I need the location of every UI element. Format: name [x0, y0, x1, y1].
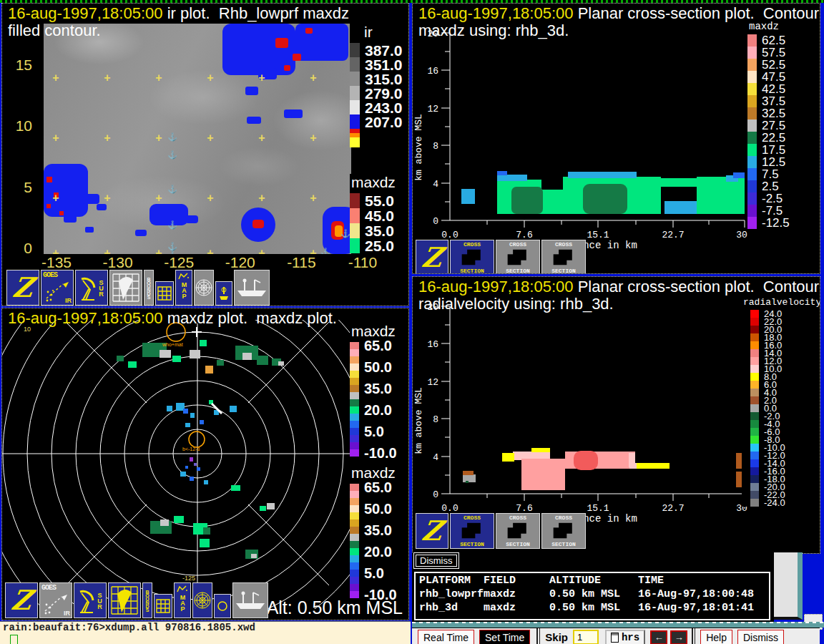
cross-section-button[interactable]: CROSS SECTION	[541, 513, 586, 549]
svg-text:+: +	[207, 132, 213, 144]
cross-section-button[interactable]: CROSS SECTION	[541, 240, 586, 274]
cell: rhb_lowprf	[419, 587, 482, 601]
help-button[interactable]: Help	[700, 630, 732, 644]
hrs-button[interactable]: hrs	[605, 630, 645, 644]
cell: 0.50 km MSL	[549, 601, 637, 615]
zebra-logo-button[interactable]: Z	[6, 270, 39, 306]
svg-text:0.0: 0.0	[441, 503, 458, 514]
svg-text:+: +	[258, 72, 265, 84]
axis-tick: -110	[335, 254, 390, 271]
table-header: PLATFORM FIELD ALTITUDE TIME	[419, 574, 765, 587]
surveillance-radar-button[interactable]: SUR	[74, 582, 107, 618]
goes-label: GOES	[41, 584, 56, 592]
step-forward-button[interactable]: →	[670, 630, 687, 644]
buoy-icon	[217, 286, 230, 301]
svg-text:+: +	[52, 192, 59, 204]
window-radialvelocity-cross-section: 16-aug-1997,18:05:00 Planar cross-sectio…	[412, 276, 820, 554]
map-button[interactable]: MAP	[174, 582, 191, 618]
axis-tick: -130	[91, 254, 145, 271]
cross-section-button[interactable]: CROSS SECTION	[496, 240, 540, 274]
zebra-logo-button[interactable]: Z	[5, 582, 38, 618]
svg-text:+: +	[310, 132, 316, 144]
grid-overlay-button[interactable]	[154, 594, 172, 618]
goes-ir-button[interactable]: GOES IR	[39, 582, 72, 618]
cell: 16-Aug-97,18:00:48	[638, 587, 765, 601]
cell: maxdz	[484, 587, 548, 601]
axis-tick: -125	[152, 254, 206, 271]
goes-ir-button[interactable]: GOES IR	[41, 270, 74, 306]
grid-overlay-button[interactable]	[155, 281, 174, 306]
maxdz-colorbar: maxdz 55.045.035.025.0	[350, 174, 409, 253]
circle-icon	[216, 600, 229, 613]
svg-text:16: 16	[427, 66, 438, 77]
dismiss-button[interactable]: Dismiss	[416, 555, 457, 567]
polar-grid-icon	[193, 591, 212, 610]
real-time-button[interactable]: Real Time	[418, 630, 474, 644]
step-back-button[interactable]: ←	[650, 630, 667, 644]
time-control-bar: Real Time Set Time Skip 1 hrs ← → Help D…	[412, 620, 824, 644]
section-label: SECTION	[551, 268, 576, 274]
svg-text:⚓: ⚓	[167, 241, 177, 251]
satellite-image[interactable]: ++++++++++++++++++++++++++++⚓⚓⚓⚓⚓⚓⚓⚓	[44, 24, 351, 254]
svg-text:0: 0	[433, 489, 438, 500]
zebra-logo-button[interactable]: Z	[416, 240, 448, 274]
radar-grid-icon	[109, 585, 139, 616]
map-squiggle-icon	[176, 585, 189, 593]
svg-text:+: +	[310, 247, 316, 254]
set-time-button[interactable]: Set Time	[479, 630, 530, 644]
bounds-label: BOUNDS	[145, 590, 150, 611]
svg-text:⚓: ⚓	[167, 184, 177, 194]
cross-section-button-active[interactable]: CROSS SECTION	[450, 513, 494, 549]
cross-section-button-active[interactable]: CROSS SECTION	[450, 240, 494, 274]
radar-grid-button[interactable]	[109, 270, 142, 306]
radar-grid-button[interactable]	[108, 582, 141, 618]
zebra-z-icon: Z	[11, 274, 34, 301]
dismiss-button[interactable]: Dismiss	[737, 630, 784, 644]
map-button[interactable]: MAP	[175, 270, 192, 306]
cross-label: CROSS	[509, 514, 526, 521]
ship-button[interactable]	[232, 582, 268, 618]
zebra-z-icon: Z	[420, 517, 443, 545]
svg-text:+: +	[207, 192, 213, 204]
cube-icon	[504, 521, 531, 541]
polar-grid-icon	[195, 278, 213, 297]
bounds-button[interactable]: BOUNDS	[142, 582, 152, 618]
table-row: rhb_lowprf maxdz 0.50 km MSL 16-Aug-97,1…	[419, 587, 765, 601]
circle-overlay-button[interactable]	[214, 594, 231, 618]
svg-text:+: +	[310, 72, 316, 84]
bounds-label: BOUNDS	[147, 277, 152, 298]
cross-section-title-line2: maxdz using: rhb_3d.	[418, 21, 569, 40]
svg-text:+: +	[104, 247, 110, 254]
svg-text:+: +	[52, 72, 59, 84]
bounds-button[interactable]: BOUNDS	[144, 270, 154, 306]
sur-label: SUR	[97, 592, 103, 609]
svg-text:22.7: 22.7	[662, 503, 684, 514]
col-altitude: ALTITUDE	[549, 574, 637, 587]
svg-text:12: 12	[427, 377, 438, 388]
cross-section-button[interactable]: CROSS SECTION	[496, 513, 540, 549]
polar-grid-button[interactable]	[194, 270, 214, 306]
svg-text:+: +	[104, 72, 110, 84]
svg-text:16: 16	[427, 339, 438, 350]
ir-label: IR	[64, 610, 70, 617]
buoy-button[interactable]	[215, 281, 232, 306]
col-time: TIME	[638, 574, 765, 587]
altitude-label: Alt: 0.50 km MSL	[267, 597, 403, 618]
section-label: SECTION	[506, 541, 530, 547]
ppi-radar-display[interactable]: 10-125who+matb<-12-8	[2, 320, 350, 612]
cross-label: CROSS	[555, 514, 572, 521]
surveillance-radar-button[interactable]: SUR	[75, 270, 108, 306]
maxdz-colorbar-1: maxdz 65.050.035.020.05.0-10.0	[350, 323, 409, 457]
svg-text:⚓: ⚓	[167, 220, 177, 230]
section-label: SECTION	[551, 541, 576, 547]
terminal-window[interactable]: rain:beaufait:76>xdump.all 970816.1805.x…	[0, 621, 411, 644]
timestamp: 16-aug-1997,18:05:00	[418, 4, 574, 22]
ship-button[interactable]	[234, 270, 270, 306]
scrollbar[interactable]	[774, 552, 803, 620]
svg-text:4: 4	[433, 179, 438, 190]
control-buttons: Real Time Set Time Skip 1 hrs ← → Help D…	[412, 628, 820, 644]
zebra-logo-button[interactable]: Z	[416, 513, 448, 549]
ir-colorbar: ir 387.0351.0315.0279.0243.0207.0	[350, 24, 409, 147]
skip-value-input[interactable]: 1	[573, 630, 599, 644]
polar-grid-button[interactable]	[192, 582, 212, 618]
